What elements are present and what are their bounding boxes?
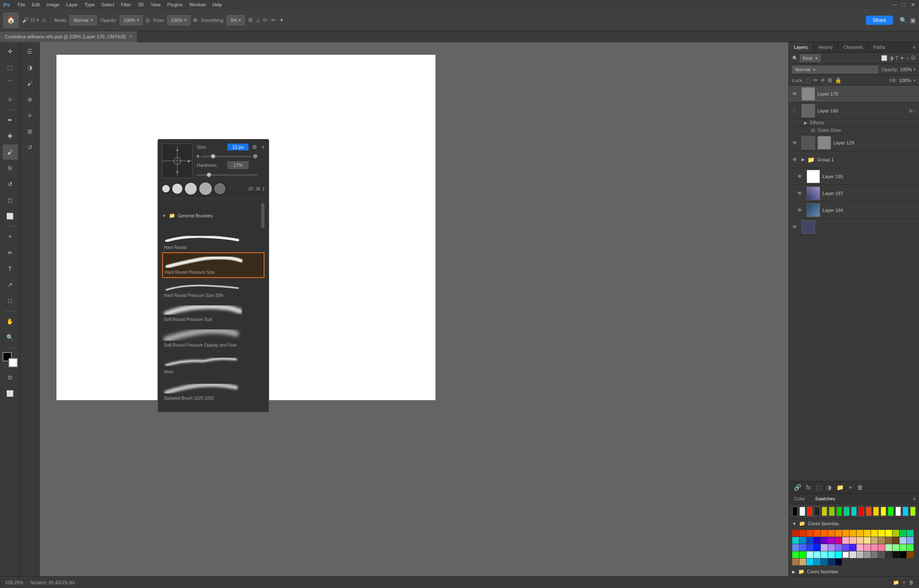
filter-type-icon[interactable]: T: [895, 55, 898, 61]
add-style-btn[interactable]: fx: [804, 483, 812, 492]
grid-swatch[interactable]: [807, 530, 813, 537]
swatch-gold[interactable]: [873, 507, 879, 516]
layer-item-129[interactable]: 👁 Layer 129: [789, 134, 919, 151]
swatch-skyblue[interactable]: [903, 507, 908, 516]
grid-swatch[interactable]: [871, 544, 878, 551]
menu-layer[interactable]: Layer: [64, 1, 80, 8]
grid-swatch[interactable]: [907, 551, 914, 558]
angle-icon[interactable]: △: [256, 17, 260, 23]
size-slider-thumb[interactable]: [211, 154, 215, 158]
menu-plugins[interactable]: Plugins: [165, 1, 185, 8]
history-icon[interactable]: ↺: [22, 140, 37, 155]
grid-swatch[interactable]: [857, 530, 863, 537]
move-tool[interactable]: ✛: [3, 44, 18, 59]
brush-list-icon[interactable]: /: [263, 185, 264, 192]
history-brush-tool[interactable]: ↺: [3, 176, 18, 192]
grid-swatch[interactable]: [792, 559, 799, 565]
size-value[interactable]: 12 px: [227, 144, 248, 150]
menu-select[interactable]: Select: [99, 1, 117, 8]
brush-tool[interactable]: 🖌: [3, 144, 18, 160]
quick-mask-tool[interactable]: ⊙: [3, 370, 18, 385]
grid-swatch[interactable]: [878, 530, 885, 537]
selection-tool[interactable]: ⬚: [3, 60, 18, 75]
swatch-orange[interactable]: [866, 507, 871, 516]
grid-swatch[interactable]: [835, 530, 842, 537]
menu-filter[interactable]: Filter: [118, 1, 134, 8]
status-add-btn[interactable]: +: [903, 580, 906, 585]
filter-pixel-icon[interactable]: ⬜: [881, 55, 887, 61]
lock-transparent-icon[interactable]: ⬚: [806, 77, 811, 83]
arrow-right-preview[interactable]: ▶: [188, 159, 190, 163]
add-brush-btn[interactable]: +: [262, 144, 265, 150]
lock-all-icon[interactable]: 🔒: [835, 77, 842, 83]
swatch-green[interactable]: [836, 507, 842, 516]
grid-swatch[interactable]: [871, 530, 878, 537]
smoothing-dropdown[interactable]: 0% ▾: [227, 15, 245, 25]
opacity-value-layers[interactable]: 100%: [900, 67, 912, 72]
visibility-167[interactable]: 👁: [797, 190, 804, 196]
brush-item-soft-round-pressure-size[interactable]: Soft Round Pressure Size: [162, 300, 264, 324]
layer-item-164[interactable]: 👁 Layer 164: [789, 202, 919, 219]
flow-dropdown[interactable]: 100% ▾: [167, 15, 190, 25]
new-fill-btn[interactable]: ◑: [825, 483, 833, 492]
blend-mode-dropdown[interactable]: Normal ▾: [792, 66, 878, 73]
grid-swatch[interactable]: [821, 559, 828, 565]
grid-swatch[interactable]: [850, 551, 856, 558]
grid-swatch[interactable]: [828, 544, 835, 551]
search-icon[interactable]: 🔍: [900, 17, 907, 24]
menu-file[interactable]: File: [15, 1, 28, 8]
filter-adjust-icon[interactable]: ◑: [889, 55, 893, 61]
lasso-tool[interactable]: ⌒: [3, 76, 18, 91]
gradient-tool[interactable]: ⬜: [3, 208, 18, 224]
grid-swatch[interactable]: [864, 544, 871, 551]
hardness-value[interactable]: 17%: [227, 161, 248, 169]
visibility-group1[interactable]: 👁: [792, 157, 799, 163]
panel-menu-icon[interactable]: ≡: [910, 42, 919, 52]
clone-tool[interactable]: ⎘: [3, 160, 18, 176]
grid-swatch[interactable]: [907, 530, 914, 537]
canvas-area[interactable]: ▲ ▼ ▶ Size: 12 px ⚙: [40, 42, 788, 576]
grid-swatch[interactable]: [807, 544, 813, 551]
grid-swatch[interactable]: [885, 530, 892, 537]
grid-swatch[interactable]: [885, 537, 892, 544]
layer-item-more[interactable]: 👁: [789, 219, 919, 235]
fill-arrow[interactable]: ▾: [914, 78, 916, 83]
status-delete-btn[interactable]: 🗑: [909, 580, 914, 585]
new-group-btn[interactable]: 📁: [835, 483, 845, 492]
visibility-more[interactable]: 👁: [792, 224, 799, 230]
share-button[interactable]: Share: [866, 16, 893, 25]
grid-swatch[interactable]: [835, 559, 842, 565]
document-tab[interactable]: Cortadera selloana refs.psd @ 238% (Laye…: [0, 31, 137, 42]
shape-tool[interactable]: □: [3, 293, 18, 308]
hardness-slider-thumb[interactable]: [207, 173, 211, 177]
grid-swatch[interactable]: [900, 530, 906, 537]
grid-swatch[interactable]: [857, 551, 863, 558]
mode-dropdown[interactable]: Normal ▾: [69, 15, 96, 25]
swatch-cyan[interactable]: [851, 507, 857, 516]
add-mask-btn[interactable]: ⬚: [814, 483, 823, 492]
adjustment-icon[interactable]: ◑: [22, 60, 37, 75]
grid-swatch[interactable]: [828, 551, 835, 558]
visibility-170[interactable]: 👁: [792, 91, 799, 97]
status-layer-btn[interactable]: 📁: [893, 580, 899, 585]
menu-3d[interactable]: 3D: [136, 1, 147, 8]
visibility-165[interactable]: 👁: [797, 174, 804, 179]
filter-active[interactable]: ⦿: [911, 55, 916, 61]
menu-image[interactable]: Image: [44, 1, 62, 8]
zoom-tool[interactable]: 🔍: [3, 330, 18, 345]
pen-pressure-icon[interactable]: ✏: [271, 17, 276, 23]
grid-swatch[interactable]: [907, 537, 914, 544]
size-slider-track[interactable]: [201, 156, 251, 157]
grid-swatch[interactable]: [814, 537, 820, 544]
grid-swatch[interactable]: [871, 537, 878, 544]
swatch-teal[interactable]: [844, 507, 849, 516]
eraser-tool[interactable]: ◻: [3, 192, 18, 208]
grid-swatch[interactable]: [892, 551, 899, 558]
layers-icon[interactable]: ☰: [22, 44, 37, 59]
tab-layers[interactable]: Layers: [789, 42, 813, 52]
swatch-chartreuse[interactable]: [910, 507, 916, 516]
brush-item-soft-round-pressure-opacity[interactable]: Soft Round Pressure Opacity and Flow: [162, 324, 264, 350]
visibility-164[interactable]: 👁: [797, 207, 804, 213]
pen-tool[interactable]: ✏: [3, 245, 18, 260]
brush-item-hard-round[interactable]: Hard Round: [162, 231, 264, 252]
